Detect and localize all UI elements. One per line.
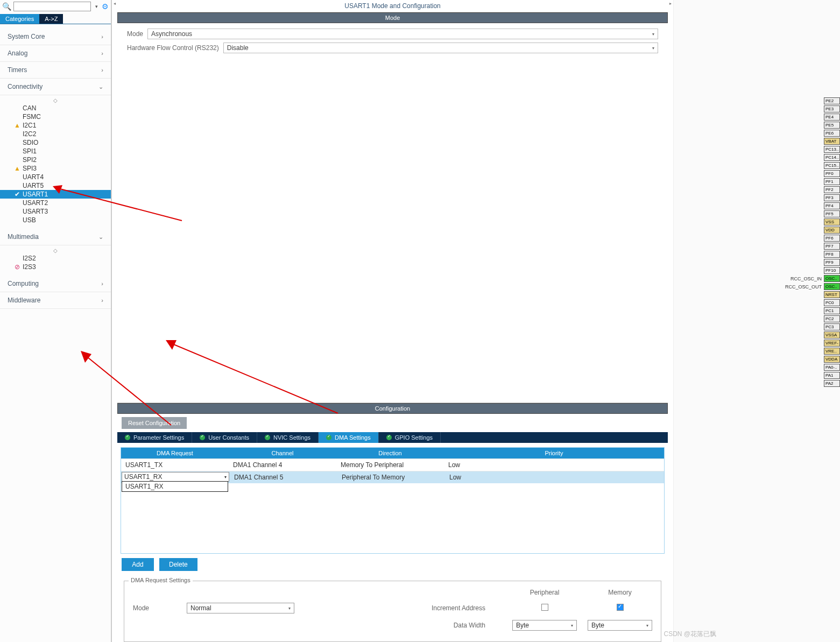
- pin-chip[interactable]: PF8: [824, 251, 840, 258]
- pin-chip[interactable]: PE2: [824, 97, 840, 104]
- sidebar-item-fsmc[interactable]: FSMC: [0, 112, 111, 121]
- sidebar-item-i2c1[interactable]: ▲I2C1: [0, 121, 111, 130]
- mode-setting-select[interactable]: Normal▾: [187, 603, 294, 613]
- search-dropdown-icon[interactable]: ▾: [93, 4, 100, 9]
- sidebar-item-can[interactable]: CAN: [0, 104, 111, 112]
- tab-categories[interactable]: Categories: [0, 14, 39, 24]
- tab-parameter-settings[interactable]: Parameter Settings: [117, 432, 192, 443]
- sidebar-item-usart2[interactable]: USART2: [0, 199, 111, 207]
- pin-chip[interactable]: PF5: [824, 210, 840, 217]
- sidebar-item-uart4[interactable]: UART4: [0, 173, 111, 181]
- pin-chip[interactable]: PE3: [824, 105, 840, 112]
- pin-row: PF2: [781, 186, 840, 194]
- pin-chip[interactable]: PF2: [824, 186, 840, 193]
- sidebar-item-spi1[interactable]: SPI1: [0, 147, 111, 156]
- cat-middleware[interactable]: Middleware›: [0, 292, 111, 309]
- dma-request-dropdown[interactable]: USART1_RX: [122, 481, 228, 492]
- search-input[interactable]: [13, 2, 91, 11]
- tab-nvic-settings[interactable]: NVIC Settings: [257, 432, 319, 443]
- sidebar-item-usart3[interactable]: USART3: [0, 207, 111, 216]
- pin-chip[interactable]: VRE..: [824, 348, 840, 355]
- sidebar-item-i2c2[interactable]: I2C2: [0, 130, 111, 138]
- settings-icon[interactable]: ⚙: [102, 2, 109, 11]
- chevron-down-icon: ⌄: [98, 83, 103, 90]
- pin-row: PF7: [781, 242, 840, 250]
- pin-row: PF6: [781, 234, 840, 242]
- table-row[interactable]: USART1_TXDMA1 Channel 4Memory To Periphe…: [121, 458, 664, 471]
- pin-chip[interactable]: OSC..: [824, 275, 840, 282]
- pin-chip[interactable]: VREF-: [824, 340, 840, 347]
- sidebar-item-sdio[interactable]: SDIO: [0, 138, 111, 147]
- cat-system-core[interactable]: System Core›: [0, 29, 111, 45]
- tab-gpio-settings[interactable]: GPIO Settings: [379, 432, 441, 443]
- dma-request-select[interactable]: USART1_RX▾: [122, 472, 229, 482]
- col-channel: Channel: [229, 448, 336, 458]
- pin-chip[interactable]: PF3: [824, 194, 840, 201]
- sidebar-item-usart1[interactable]: ✔USART1: [0, 190, 111, 199]
- pin-chip[interactable]: VSS: [824, 218, 840, 225]
- memory-inc-checkbox[interactable]: [617, 604, 624, 611]
- pin-chip[interactable]: PC3: [824, 323, 840, 330]
- pin-chip[interactable]: VDD: [824, 227, 840, 234]
- sidebar-item-usb[interactable]: USB: [0, 216, 111, 224]
- pin-chip[interactable]: PC1: [824, 307, 840, 314]
- cat-connectivity[interactable]: Connectivity⌄: [0, 79, 111, 95]
- pin-chip[interactable]: PC14..: [824, 154, 840, 161]
- pin-chip[interactable]: PF6: [824, 235, 840, 242]
- sidebar-tabs: Categories A->Z: [0, 14, 111, 24]
- cat-computing[interactable]: Computing›: [0, 276, 111, 292]
- cat-multimedia[interactable]: Multimedia⌄: [0, 229, 111, 245]
- collapse-icon[interactable]: ◇: [0, 97, 111, 104]
- pin-chip[interactable]: PA2: [824, 380, 840, 387]
- pin-chip[interactable]: PE6: [824, 130, 840, 137]
- collapse-right-icon[interactable]: ▸: [668, 0, 673, 642]
- pin-chip[interactable]: OSC..: [824, 283, 840, 290]
- memory-width-select[interactable]: Byte▾: [588, 620, 652, 631]
- pin-chip[interactable]: PA0-..: [824, 364, 840, 371]
- pin-row: PC3: [781, 323, 840, 331]
- flow-control-select[interactable]: Disable▾: [223, 43, 658, 53]
- pin-row: VSS: [781, 218, 840, 226]
- delete-button[interactable]: Delete: [159, 558, 197, 571]
- sidebar-item-spi2[interactable]: SPI2: [0, 156, 111, 164]
- sidebar-item-i2s2[interactable]: I2S2: [0, 254, 111, 263]
- add-button[interactable]: Add: [122, 558, 154, 571]
- pin-chip[interactable]: VBAT: [824, 138, 840, 145]
- tab-dma-settings[interactable]: DMA Settings: [319, 432, 379, 443]
- chevron-right-icon: ›: [101, 280, 103, 287]
- peripheral-inc-checkbox[interactable]: [541, 604, 548, 611]
- sidebar-item-spi3[interactable]: ▲SPI3: [0, 164, 111, 173]
- peripheral-width-select[interactable]: Byte▾: [512, 620, 577, 631]
- pin-chip[interactable]: PC15..: [824, 162, 840, 169]
- pin-chip[interactable]: PF10: [824, 267, 840, 274]
- pin-chip[interactable]: PF7: [824, 243, 840, 250]
- pin-chip[interactable]: PE4: [824, 114, 840, 121]
- pin-chip[interactable]: PC0: [824, 299, 840, 306]
- tab-user-constants[interactable]: User Constants: [192, 432, 257, 443]
- pin-chip[interactable]: PF1: [824, 178, 840, 185]
- pin-chip[interactable]: NRST: [824, 291, 840, 298]
- mode-select[interactable]: Asynchronous▾: [147, 29, 658, 39]
- pin-chip[interactable]: VDDA: [824, 356, 840, 363]
- tab-az[interactable]: A->Z: [39, 14, 63, 24]
- sidebar-item-label: SDIO: [23, 139, 38, 146]
- chevron-down-icon: ▾: [652, 32, 654, 37]
- pin-signal-label: RCC_OSC_IN: [781, 276, 822, 281]
- sidebar-item-uart5[interactable]: UART5: [0, 181, 111, 190]
- collapse-icon[interactable]: ◇: [0, 248, 111, 254]
- cat-timers[interactable]: Timers›: [0, 62, 111, 79]
- pin-chip[interactable]: PC13..: [824, 146, 840, 153]
- pin-chip[interactable]: PA1: [824, 372, 840, 379]
- cat-analog[interactable]: Analog›: [0, 45, 111, 62]
- pin-chip[interactable]: PF0: [824, 170, 840, 177]
- pin-chip[interactable]: PF9: [824, 259, 840, 266]
- pin-chip[interactable]: PF4: [824, 202, 840, 209]
- reset-config-button[interactable]: Reset Configuration: [122, 417, 187, 429]
- collapse-left-icon[interactable]: ◂: [112, 0, 117, 642]
- sidebar-item-i2s3[interactable]: ⊘I2S3: [0, 263, 111, 271]
- combo-option[interactable]: USART1_RX: [122, 482, 228, 491]
- pin-row: VSSA: [781, 331, 840, 339]
- pin-chip[interactable]: PC2: [824, 315, 840, 322]
- pin-chip[interactable]: VSSA: [824, 331, 840, 338]
- pin-chip[interactable]: PE5: [824, 122, 840, 129]
